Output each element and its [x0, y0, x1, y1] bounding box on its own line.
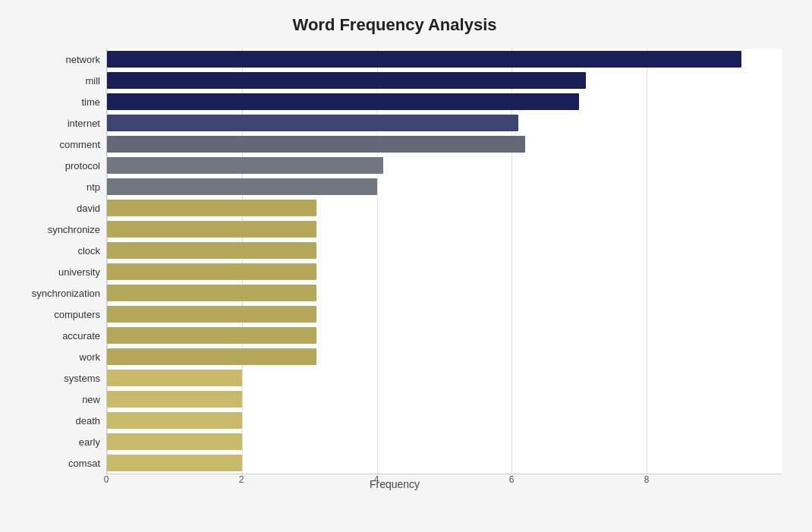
bar	[107, 327, 316, 344]
bar-row	[107, 346, 782, 367]
y-label: early	[79, 432, 100, 453]
bar-row	[107, 49, 782, 70]
bar-row	[107, 112, 782, 134]
x-tick: 6	[509, 474, 515, 485]
bar-row	[107, 431, 782, 452]
y-label: synchronization	[32, 283, 100, 304]
bar-row	[107, 134, 782, 155]
x-axis-label: Frequency	[8, 478, 782, 490]
bar	[107, 93, 579, 110]
bar	[107, 391, 242, 408]
bar-row	[107, 410, 782, 431]
y-label: new	[82, 389, 100, 411]
x-tick: 8	[644, 474, 650, 485]
bar-row	[107, 219, 782, 240]
x-tick: 0	[104, 474, 109, 485]
bar	[107, 200, 316, 216]
y-label: systems	[64, 368, 100, 389]
bar	[107, 178, 377, 195]
bar	[107, 412, 242, 429]
bar	[107, 433, 242, 450]
y-label: computers	[54, 304, 100, 326]
bar	[107, 221, 316, 238]
bar	[107, 157, 383, 174]
bar	[107, 306, 316, 323]
bar-row	[107, 282, 782, 304]
y-labels: networkmilltimeinternetcommentprotocolnt…	[8, 49, 106, 474]
bar-row	[107, 70, 782, 91]
y-label: comment	[60, 134, 100, 155]
bar-row	[107, 91, 782, 112]
y-label: clock	[77, 240, 100, 261]
y-label: internet	[68, 112, 100, 134]
bar-row	[107, 176, 782, 197]
bar-row	[107, 197, 782, 219]
y-label: time	[81, 91, 100, 112]
bar	[107, 370, 242, 386]
y-label: synchronize	[48, 219, 100, 240]
bar-row	[107, 367, 782, 389]
y-label: comsat	[68, 453, 100, 474]
bar-row	[107, 452, 782, 474]
bars-grid	[106, 49, 782, 474]
bar-row	[107, 304, 782, 325]
bar-row	[107, 155, 782, 176]
bar-row	[107, 261, 782, 282]
y-label: accurate	[62, 326, 100, 347]
chart-area: networkmilltimeinternetcommentprotocolnt…	[8, 49, 782, 474]
bar	[107, 348, 316, 365]
bar-row	[107, 325, 782, 346]
bar	[107, 242, 316, 259]
chart-title: Word Frequency Analysis	[8, 15, 782, 35]
y-label: protocol	[65, 155, 100, 176]
bar	[107, 285, 316, 301]
y-label: university	[58, 261, 100, 282]
bar	[107, 455, 242, 471]
y-label: david	[77, 197, 100, 219]
chart-container: Word Frequency Analysis networkmilltimei…	[0, 0, 812, 532]
bars-section: networkmilltimeinternetcommentprotocolnt…	[8, 49, 782, 474]
y-label: mill	[86, 70, 101, 91]
bar	[107, 51, 741, 68]
y-label: work	[80, 347, 100, 368]
y-label: network	[65, 49, 100, 70]
bar-row	[107, 240, 782, 261]
y-label: death	[75, 411, 100, 432]
bar	[107, 72, 586, 89]
bar	[107, 136, 525, 153]
x-tick: 4	[374, 474, 379, 485]
y-label: ntp	[87, 176, 100, 197]
x-tick: 2	[239, 474, 244, 485]
bar	[107, 115, 518, 131]
bar	[107, 263, 316, 280]
bar-row	[107, 389, 782, 410]
